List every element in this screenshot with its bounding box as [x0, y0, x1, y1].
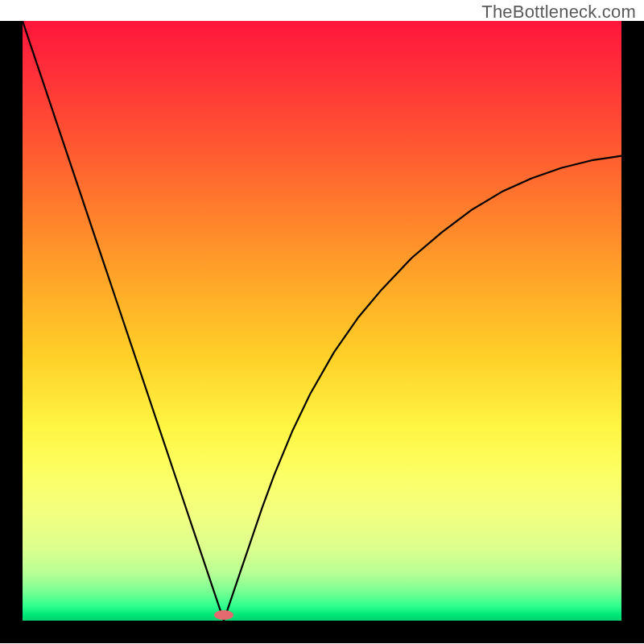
- bottleneck-curve: [23, 21, 621, 621]
- chart-svg: [23, 21, 621, 621]
- chart-plot-area: [23, 21, 621, 621]
- chart-frame: [0, 21, 644, 643]
- watermark-text: TheBottleneck.com: [481, 2, 636, 23]
- optimum-marker: [214, 610, 233, 620]
